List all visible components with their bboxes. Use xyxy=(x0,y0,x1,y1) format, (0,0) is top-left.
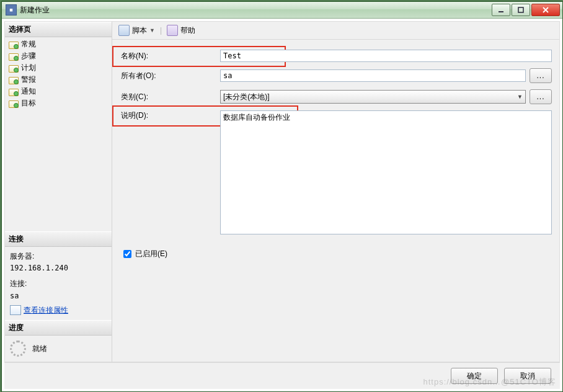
script-label: 脚本 xyxy=(132,25,147,36)
dialog-body: 选择页 常规 步骤 计划 警报 通知 目标 连接 服务器: 192.168.1.… xyxy=(4,21,560,362)
category-browse-button[interactable]: ... xyxy=(530,89,552,104)
page-label: 计划 xyxy=(21,63,36,73)
page-label: 通知 xyxy=(21,86,36,97)
progress-status: 就绪 xyxy=(32,344,47,354)
script-icon xyxy=(118,25,130,36)
page-icon xyxy=(9,87,19,96)
category-label: 类别(C): xyxy=(118,92,220,102)
chevron-down-icon: ▼ xyxy=(149,27,155,33)
maximize-button[interactable] xyxy=(512,4,530,16)
help-label: 帮助 xyxy=(180,25,195,36)
page-icon xyxy=(9,52,19,60)
connection-panel: 服务器: 192.168.1.240 连接: sa 查看连接属性 xyxy=(5,247,112,320)
connection-label: 连接: xyxy=(10,278,107,290)
ok-button[interactable]: 确定 xyxy=(451,368,498,384)
close-button[interactable] xyxy=(531,4,560,16)
row-category: 类别(C): [未分类(本地)] ▼ ... xyxy=(118,89,552,104)
title-bar[interactable]: ■ 新建作业 xyxy=(2,2,562,19)
chevron-down-icon: ▼ xyxy=(517,94,523,100)
owner-input[interactable] xyxy=(220,69,526,82)
progress-panel: 就绪 xyxy=(5,336,112,362)
view-connection-link[interactable]: 查看连接属性 xyxy=(24,305,68,316)
svg-rect-1 xyxy=(518,7,523,12)
row-owner: 所有者(O): ... xyxy=(118,68,552,83)
page-icon xyxy=(9,64,19,72)
page-icon xyxy=(9,76,19,84)
page-item-general[interactable]: 常规 xyxy=(7,38,109,50)
page-item-steps[interactable]: 步骤 xyxy=(7,50,109,62)
properties-icon xyxy=(10,305,21,315)
owner-label: 所有者(O): xyxy=(118,71,220,81)
owner-browse-button[interactable]: ... xyxy=(530,68,552,83)
dialog-footer: 确定 取消 xyxy=(4,362,560,389)
page-item-schedules[interactable]: 计划 xyxy=(7,62,109,74)
enabled-label: 已启用(E) xyxy=(135,249,167,259)
progress-spinner-icon xyxy=(10,341,26,357)
select-page-header: 选择页 xyxy=(5,22,112,37)
page-label: 步骤 xyxy=(21,51,36,61)
script-button[interactable]: 脚本 ▼ xyxy=(116,24,157,37)
minimize-button[interactable] xyxy=(492,4,510,16)
row-enabled: 已启用(E) xyxy=(118,248,552,260)
name-input[interactable] xyxy=(220,50,552,62)
svg-rect-0 xyxy=(499,11,503,12)
row-name: 名称(N): xyxy=(118,50,552,62)
page-item-alerts[interactable]: 警报 xyxy=(7,74,109,86)
connection-value: sa xyxy=(10,290,107,302)
sidebar: 选择页 常规 步骤 计划 警报 通知 目标 连接 服务器: 192.168.1.… xyxy=(5,22,112,362)
page-icon xyxy=(9,99,19,107)
progress-header: 进度 xyxy=(5,320,112,336)
category-value: [未分类(本地)] xyxy=(223,92,270,102)
window-buttons xyxy=(490,4,560,16)
main-panel: 脚本 ▼ | 帮助 自定义名称 名称(N): 所有者(O): xyxy=(112,22,559,362)
page-icon xyxy=(9,40,19,48)
page-label: 目标 xyxy=(21,98,36,109)
window-title: 新建作业 xyxy=(20,5,490,16)
name-label: 名称(N): xyxy=(118,51,220,61)
page-item-targets[interactable]: 目标 xyxy=(7,97,109,109)
description-label: 说明(D): xyxy=(118,110,220,121)
form-general: 自定义名称 名称(N): 所有者(O): ... 类别(C): [未分类(本地)… xyxy=(112,40,559,262)
app-icon: ■ xyxy=(6,4,17,16)
dialog-new-job: ■ 新建作业 选择页 常规 步骤 计划 警报 通知 目标 连接 服务器: 192… xyxy=(1,1,563,392)
cancel-button[interactable]: 取消 xyxy=(504,368,551,384)
page-list: 常规 步骤 计划 警报 通知 目标 xyxy=(5,37,112,231)
server-label: 服务器: xyxy=(10,251,107,262)
page-item-notifications[interactable]: 通知 xyxy=(7,86,109,97)
help-icon xyxy=(167,25,178,36)
category-select[interactable]: [未分类(本地)] ▼ xyxy=(220,90,526,104)
toolbar: 脚本 ▼ | 帮助 xyxy=(112,22,559,40)
description-textarea[interactable] xyxy=(220,110,552,234)
connection-header: 连接 xyxy=(5,231,112,247)
page-label: 警报 xyxy=(21,74,36,85)
row-description: 说明(D): xyxy=(118,110,552,234)
help-button[interactable]: 帮助 xyxy=(164,24,198,37)
page-label: 常规 xyxy=(21,39,36,50)
enabled-checkbox[interactable] xyxy=(123,250,131,258)
server-value: 192.168.1.240 xyxy=(10,262,107,274)
view-connection-properties[interactable]: 查看连接属性 xyxy=(10,305,107,316)
